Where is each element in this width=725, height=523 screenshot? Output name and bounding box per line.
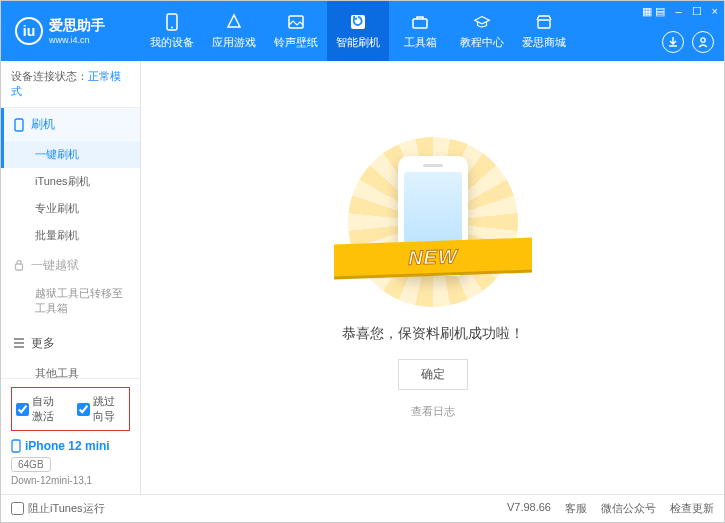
check-update-link[interactable]: 检查更新 (670, 501, 714, 516)
app-store-icon (225, 13, 243, 31)
support-link[interactable]: 客服 (565, 501, 587, 516)
store-icon (535, 13, 553, 31)
block-itunes-checkbox[interactable]: 阻止iTunes运行 (11, 501, 105, 516)
footer: 阻止iTunes运行 V7.98.66 客服 微信公众号 检查更新 (1, 494, 724, 522)
user-button[interactable] (692, 31, 714, 53)
sidebar-item-other-tools[interactable]: 其他工具 (1, 360, 140, 378)
phone-icon (163, 13, 181, 31)
svg-rect-5 (538, 20, 550, 28)
section-jailbreak[interactable]: 一键越狱 (1, 249, 140, 282)
sidebar-item-batch-flash[interactable]: 批量刷机 (1, 222, 140, 249)
svg-point-1 (171, 26, 173, 28)
window-menu-button[interactable]: ▦ ▤ (642, 5, 665, 18)
nav-flash[interactable]: 智能刷机 (327, 1, 389, 61)
success-illustration: NEW (348, 137, 518, 307)
skip-guide-checkbox[interactable]: 跳过向导 (77, 394, 126, 424)
window-controls: ▦ ▤ – ☐ × (642, 5, 718, 18)
section-flash[interactable]: 刷机 (1, 108, 140, 141)
logo-icon: iu (15, 17, 43, 45)
section-more[interactable]: 更多 (1, 327, 140, 360)
device-phone-icon (11, 439, 21, 453)
svg-rect-2 (289, 16, 303, 28)
main-area: NEW 恭喜您，保资料刷机成功啦！ 确定 查看日志 (141, 61, 724, 494)
refresh-icon (349, 13, 367, 31)
auto-activate-checkbox[interactable]: 自动激活 (16, 394, 65, 424)
titlebar: iu 爱思助手 www.i4.cn 我的设备 应用游戏 铃声壁纸 智能刷机 (1, 1, 724, 61)
new-ribbon: NEW (334, 237, 532, 276)
nav-store[interactable]: 爱思商城 (513, 1, 575, 61)
wallpaper-icon (287, 13, 305, 31)
svg-rect-4 (413, 19, 427, 28)
nav-ringtones[interactable]: 铃声壁纸 (265, 1, 327, 61)
nav-toolbox[interactable]: 工具箱 (389, 1, 451, 61)
device-name[interactable]: iPhone 12 mini (11, 439, 130, 453)
svg-rect-8 (16, 264, 23, 270)
sidebar-item-pro-flash[interactable]: 专业刷机 (1, 195, 140, 222)
device-storage-badge: 64GB (11, 457, 51, 472)
device-detail: Down-12mini-13,1 (11, 475, 130, 486)
graduation-icon (473, 13, 491, 31)
view-log-link[interactable]: 查看日志 (411, 404, 455, 419)
main-nav: 我的设备 应用游戏 铃声壁纸 智能刷机 工具箱 教程中心 (141, 1, 724, 61)
app-logo: iu 爱思助手 www.i4.cn (1, 17, 141, 45)
maximize-button[interactable]: ☐ (692, 5, 702, 18)
nav-my-device[interactable]: 我的设备 (141, 1, 203, 61)
jailbreak-note: 越狱工具已转移至工具箱 (1, 282, 140, 327)
wechat-link[interactable]: 微信公众号 (601, 501, 656, 516)
svg-point-6 (701, 38, 705, 42)
toolbox-icon (411, 13, 429, 31)
success-message: 恭喜您，保资料刷机成功啦！ (342, 325, 524, 343)
download-button[interactable] (662, 31, 684, 53)
options-row: 自动激活 跳过向导 (11, 387, 130, 431)
app-subtitle: www.i4.cn (49, 35, 105, 45)
sidebar: 设备连接状态：正常模式 刷机 一键刷机 iTunes刷机 专业刷机 批量刷机 一… (1, 61, 141, 494)
sidebar-item-oneclick-flash[interactable]: 一键刷机 (1, 141, 140, 168)
app-title: 爱思助手 (49, 17, 105, 35)
version-label: V7.98.66 (507, 501, 551, 516)
nav-apps[interactable]: 应用游戏 (203, 1, 265, 61)
ok-button[interactable]: 确定 (398, 359, 468, 390)
close-button[interactable]: × (712, 5, 718, 18)
minimize-button[interactable]: – (675, 5, 681, 18)
svg-rect-9 (12, 440, 20, 452)
svg-rect-7 (15, 119, 23, 131)
nav-tutorials[interactable]: 教程中心 (451, 1, 513, 61)
menu-icon (13, 337, 25, 349)
phone-small-icon (13, 118, 25, 132)
sidebar-item-itunes-flash[interactable]: iTunes刷机 (1, 168, 140, 195)
connection-status: 设备连接状态：正常模式 (1, 61, 140, 108)
lock-icon (13, 259, 25, 272)
